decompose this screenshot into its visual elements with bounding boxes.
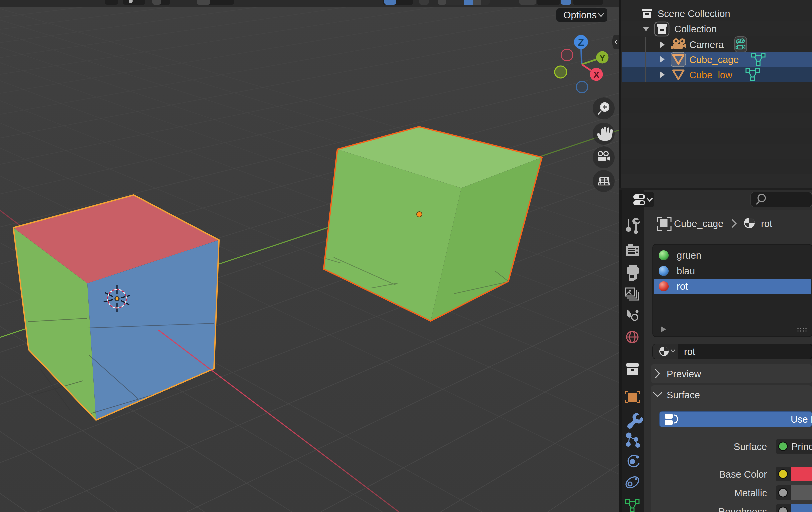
svg-text:Surface: Surface — [734, 441, 767, 452]
svg-text:Scene Collection: Scene Collection — [658, 8, 730, 19]
svg-text:gruen: gruen — [677, 250, 701, 261]
svg-text:blau: blau — [677, 266, 695, 276]
svg-text:Use N: Use N — [791, 414, 812, 425]
svg-text:Z: Z — [578, 37, 584, 48]
svg-text:Preview: Preview — [667, 369, 701, 379]
svg-text:rot: rot — [677, 281, 688, 292]
svg-text:Y: Y — [599, 53, 606, 63]
svg-text:X: X — [593, 70, 600, 80]
svg-text:Roughness: Roughness — [718, 506, 767, 512]
svg-text:Surface: Surface — [667, 390, 700, 400]
svg-text:Princ: Princ — [791, 441, 812, 452]
svg-text:Cube_low: Cube_low — [689, 70, 733, 80]
svg-text:Options: Options — [563, 10, 597, 20]
svg-text:rot: rot — [761, 218, 772, 229]
svg-text:Metallic: Metallic — [734, 488, 767, 498]
svg-text:Cube_cage: Cube_cage — [674, 218, 723, 229]
svg-text:Camera: Camera — [689, 39, 724, 50]
svg-text:Collection: Collection — [674, 24, 717, 34]
svg-text:rot: rot — [684, 346, 695, 357]
svg-text:Base Color: Base Color — [719, 469, 767, 480]
svg-text:Cube_cage: Cube_cage — [689, 54, 739, 65]
